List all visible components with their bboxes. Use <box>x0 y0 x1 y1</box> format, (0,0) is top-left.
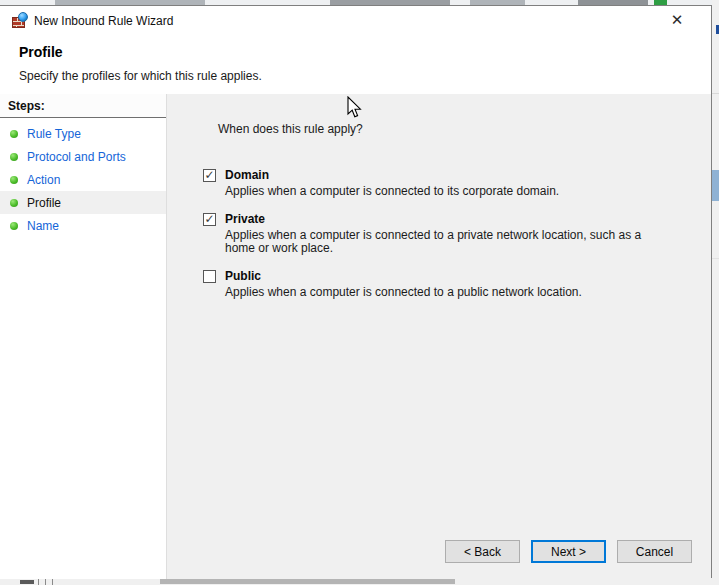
divider <box>45 578 46 585</box>
private-checkbox[interactable]: ✓ <box>203 213 216 226</box>
private-description: Applies when a computer is connected to … <box>225 229 657 255</box>
domain-label: Domain <box>225 168 269 182</box>
steps-heading: Steps: <box>0 94 166 118</box>
divider <box>38 578 39 585</box>
step-label: Rule Type <box>27 127 81 141</box>
next-button[interactable]: Next > <box>531 540 606 563</box>
background-vertical-scrollbar-thumb[interactable] <box>712 170 719 201</box>
background-window-right-sliver <box>712 0 719 585</box>
cancel-button[interactable]: Cancel <box>617 540 692 563</box>
close-button[interactable]: ✕ <box>665 9 689 31</box>
public-description: Applies when a computer is connected to … <box>225 286 657 299</box>
step-label: Profile <box>27 196 61 210</box>
step-label: Name <box>27 219 59 233</box>
private-label: Private <box>225 212 265 226</box>
background-horizontal-scrollbar-thumb[interactable] <box>160 579 455 584</box>
option-public: Public Applies when a computer is connec… <box>203 269 711 299</box>
firewall-app-icon <box>12 12 28 28</box>
option-head: ✓ Private <box>203 212 711 226</box>
green-dot-icon <box>10 130 18 138</box>
divider <box>712 258 719 259</box>
sidebar-item-rule-type[interactable]: Rule Type <box>0 122 166 145</box>
sidebar-item-name[interactable]: Name <box>0 214 166 237</box>
public-checkbox[interactable] <box>203 270 216 283</box>
steps-list: Rule Type Protocol and Ports Action Prof… <box>0 118 166 237</box>
domain-description: Applies when a computer is connected to … <box>225 185 657 198</box>
title-bar[interactable]: New Inbound Rule Wizard ✕ <box>0 6 711 34</box>
option-private: ✓ Private Applies when a computer is con… <box>203 212 711 255</box>
sidebar-item-protocol-and-ports[interactable]: Protocol and Ports <box>0 145 166 168</box>
wizard-dialog: New Inbound Rule Wizard ✕ Profile Specif… <box>0 5 712 578</box>
window-title: New Inbound Rule Wizard <box>34 14 173 28</box>
sidebar-item-action[interactable]: Action <box>0 168 166 191</box>
globe-icon <box>18 12 28 22</box>
step-label: Protocol and Ports <box>27 150 126 164</box>
green-dot-icon <box>10 199 18 207</box>
divider <box>52 578 53 585</box>
domain-checkbox[interactable]: ✓ <box>203 169 216 182</box>
page-subtitle: Specify the profiles for which this rule… <box>19 69 262 83</box>
sidebar-item-profile[interactable]: Profile <box>0 191 166 214</box>
divider <box>712 93 719 94</box>
steps-sidebar: Steps: Rule Type Protocol and Ports Acti… <box>0 94 167 579</box>
button-row: < Back Next > Cancel <box>445 540 692 563</box>
screen: New Inbound Rule Wizard ✕ Profile Specif… <box>0 0 719 585</box>
page-title: Profile <box>19 44 63 60</box>
public-label: Public <box>225 269 261 283</box>
option-head: Public <box>203 269 711 283</box>
option-head: ✓ Domain <box>203 168 711 182</box>
close-icon: ✕ <box>671 11 684 29</box>
background-window-bottom-sliver <box>0 578 719 585</box>
step-label: Action <box>27 173 60 187</box>
green-dot-icon <box>10 222 18 230</box>
content-pane: When does this rule apply? ✓ Domain Appl… <box>168 94 711 579</box>
question-text: When does this rule apply? <box>218 122 711 136</box>
wizard-body: Steps: Rule Type Protocol and Ports Acti… <box>0 94 711 579</box>
wizard-header: Profile Specify the profiles for which t… <box>0 34 711 94</box>
option-domain: ✓ Domain Applies when a computer is conn… <box>203 168 711 198</box>
green-dot-icon <box>10 153 18 161</box>
green-dot-icon <box>10 176 18 184</box>
back-button[interactable]: < Back <box>445 540 520 563</box>
background-smudge <box>20 580 34 584</box>
